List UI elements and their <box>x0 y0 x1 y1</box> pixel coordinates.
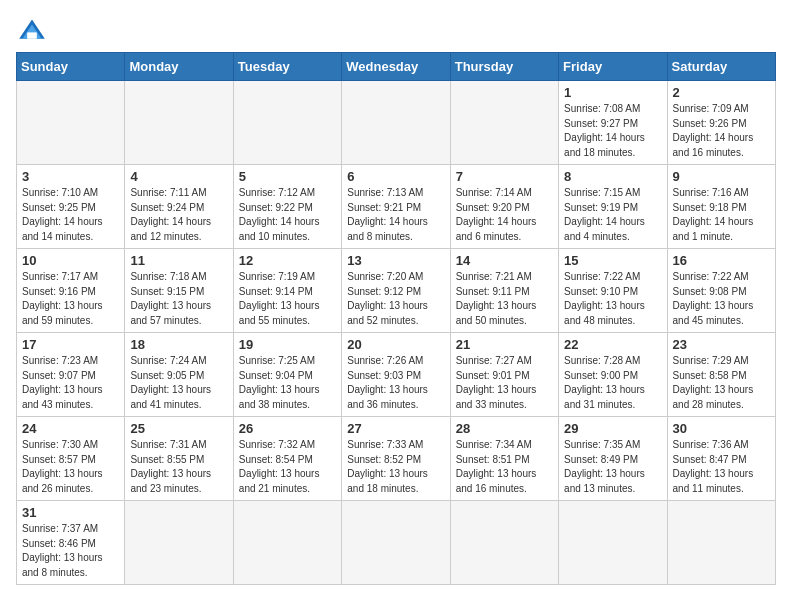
day-info: Sunrise: 7:25 AM Sunset: 9:04 PM Dayligh… <box>239 354 336 412</box>
day-number: 8 <box>564 169 661 184</box>
day-number: 12 <box>239 253 336 268</box>
day-number: 27 <box>347 421 444 436</box>
day-info: Sunrise: 7:37 AM Sunset: 8:46 PM Dayligh… <box>22 522 119 580</box>
calendar-cell <box>233 81 341 165</box>
day-number: 16 <box>673 253 770 268</box>
day-number: 18 <box>130 337 227 352</box>
day-info: Sunrise: 7:15 AM Sunset: 9:19 PM Dayligh… <box>564 186 661 244</box>
calendar-cell: 11Sunrise: 7:18 AM Sunset: 9:15 PM Dayli… <box>125 249 233 333</box>
day-info: Sunrise: 7:09 AM Sunset: 9:26 PM Dayligh… <box>673 102 770 160</box>
calendar-cell: 3Sunrise: 7:10 AM Sunset: 9:25 PM Daylig… <box>17 165 125 249</box>
calendar-cell: 10Sunrise: 7:17 AM Sunset: 9:16 PM Dayli… <box>17 249 125 333</box>
calendar-cell: 2Sunrise: 7:09 AM Sunset: 9:26 PM Daylig… <box>667 81 775 165</box>
calendar-cell: 12Sunrise: 7:19 AM Sunset: 9:14 PM Dayli… <box>233 249 341 333</box>
weekday-header-sunday: Sunday <box>17 53 125 81</box>
day-number: 14 <box>456 253 553 268</box>
day-number: 4 <box>130 169 227 184</box>
calendar-cell: 31Sunrise: 7:37 AM Sunset: 8:46 PM Dayli… <box>17 501 125 585</box>
generalblue-logo-icon <box>16 16 48 44</box>
day-number: 24 <box>22 421 119 436</box>
day-info: Sunrise: 7:27 AM Sunset: 9:01 PM Dayligh… <box>456 354 553 412</box>
day-info: Sunrise: 7:26 AM Sunset: 9:03 PM Dayligh… <box>347 354 444 412</box>
day-number: 17 <box>22 337 119 352</box>
day-number: 2 <box>673 85 770 100</box>
day-number: 26 <box>239 421 336 436</box>
week-row-2: 10Sunrise: 7:17 AM Sunset: 9:16 PM Dayli… <box>17 249 776 333</box>
day-number: 9 <box>673 169 770 184</box>
calendar-cell: 26Sunrise: 7:32 AM Sunset: 8:54 PM Dayli… <box>233 417 341 501</box>
day-number: 23 <box>673 337 770 352</box>
calendar-cell <box>559 501 667 585</box>
day-info: Sunrise: 7:11 AM Sunset: 9:24 PM Dayligh… <box>130 186 227 244</box>
calendar-cell: 5Sunrise: 7:12 AM Sunset: 9:22 PM Daylig… <box>233 165 341 249</box>
day-number: 19 <box>239 337 336 352</box>
day-info: Sunrise: 7:30 AM Sunset: 8:57 PM Dayligh… <box>22 438 119 496</box>
week-row-0: 1Sunrise: 7:08 AM Sunset: 9:27 PM Daylig… <box>17 81 776 165</box>
weekday-header-friday: Friday <box>559 53 667 81</box>
day-info: Sunrise: 7:17 AM Sunset: 9:16 PM Dayligh… <box>22 270 119 328</box>
day-info: Sunrise: 7:18 AM Sunset: 9:15 PM Dayligh… <box>130 270 227 328</box>
day-info: Sunrise: 7:29 AM Sunset: 8:58 PM Dayligh… <box>673 354 770 412</box>
day-number: 10 <box>22 253 119 268</box>
calendar-cell <box>342 81 450 165</box>
week-row-3: 17Sunrise: 7:23 AM Sunset: 9:07 PM Dayli… <box>17 333 776 417</box>
day-info: Sunrise: 7:35 AM Sunset: 8:49 PM Dayligh… <box>564 438 661 496</box>
day-info: Sunrise: 7:14 AM Sunset: 9:20 PM Dayligh… <box>456 186 553 244</box>
day-number: 6 <box>347 169 444 184</box>
header <box>16 16 776 44</box>
calendar-cell: 20Sunrise: 7:26 AM Sunset: 9:03 PM Dayli… <box>342 333 450 417</box>
day-number: 7 <box>456 169 553 184</box>
day-info: Sunrise: 7:31 AM Sunset: 8:55 PM Dayligh… <box>130 438 227 496</box>
weekday-header-thursday: Thursday <box>450 53 558 81</box>
calendar-cell <box>17 81 125 165</box>
day-number: 5 <box>239 169 336 184</box>
calendar-cell <box>667 501 775 585</box>
weekday-header-row: SundayMondayTuesdayWednesdayThursdayFrid… <box>17 53 776 81</box>
day-info: Sunrise: 7:20 AM Sunset: 9:12 PM Dayligh… <box>347 270 444 328</box>
calendar-cell <box>233 501 341 585</box>
weekday-header-tuesday: Tuesday <box>233 53 341 81</box>
weekday-header-wednesday: Wednesday <box>342 53 450 81</box>
calendar-cell: 6Sunrise: 7:13 AM Sunset: 9:21 PM Daylig… <box>342 165 450 249</box>
day-info: Sunrise: 7:19 AM Sunset: 9:14 PM Dayligh… <box>239 270 336 328</box>
calendar-cell: 28Sunrise: 7:34 AM Sunset: 8:51 PM Dayli… <box>450 417 558 501</box>
day-info: Sunrise: 7:12 AM Sunset: 9:22 PM Dayligh… <box>239 186 336 244</box>
day-info: Sunrise: 7:22 AM Sunset: 9:08 PM Dayligh… <box>673 270 770 328</box>
day-number: 15 <box>564 253 661 268</box>
calendar-cell: 13Sunrise: 7:20 AM Sunset: 9:12 PM Dayli… <box>342 249 450 333</box>
day-info: Sunrise: 7:32 AM Sunset: 8:54 PM Dayligh… <box>239 438 336 496</box>
calendar-cell: 23Sunrise: 7:29 AM Sunset: 8:58 PM Dayli… <box>667 333 775 417</box>
calendar-cell: 7Sunrise: 7:14 AM Sunset: 9:20 PM Daylig… <box>450 165 558 249</box>
calendar-cell: 1Sunrise: 7:08 AM Sunset: 9:27 PM Daylig… <box>559 81 667 165</box>
day-info: Sunrise: 7:08 AM Sunset: 9:27 PM Dayligh… <box>564 102 661 160</box>
calendar-cell: 22Sunrise: 7:28 AM Sunset: 9:00 PM Dayli… <box>559 333 667 417</box>
calendar-cell: 15Sunrise: 7:22 AM Sunset: 9:10 PM Dayli… <box>559 249 667 333</box>
calendar-cell: 30Sunrise: 7:36 AM Sunset: 8:47 PM Dayli… <box>667 417 775 501</box>
day-number: 20 <box>347 337 444 352</box>
day-info: Sunrise: 7:23 AM Sunset: 9:07 PM Dayligh… <box>22 354 119 412</box>
week-row-4: 24Sunrise: 7:30 AM Sunset: 8:57 PM Dayli… <box>17 417 776 501</box>
week-row-1: 3Sunrise: 7:10 AM Sunset: 9:25 PM Daylig… <box>17 165 776 249</box>
calendar-cell: 16Sunrise: 7:22 AM Sunset: 9:08 PM Dayli… <box>667 249 775 333</box>
day-number: 11 <box>130 253 227 268</box>
day-number: 29 <box>564 421 661 436</box>
day-info: Sunrise: 7:24 AM Sunset: 9:05 PM Dayligh… <box>130 354 227 412</box>
day-info: Sunrise: 7:10 AM Sunset: 9:25 PM Dayligh… <box>22 186 119 244</box>
logo <box>16 16 52 44</box>
day-number: 30 <box>673 421 770 436</box>
calendar-cell: 19Sunrise: 7:25 AM Sunset: 9:04 PM Dayli… <box>233 333 341 417</box>
day-number: 3 <box>22 169 119 184</box>
day-info: Sunrise: 7:22 AM Sunset: 9:10 PM Dayligh… <box>564 270 661 328</box>
weekday-header-monday: Monday <box>125 53 233 81</box>
calendar-cell: 27Sunrise: 7:33 AM Sunset: 8:52 PM Dayli… <box>342 417 450 501</box>
calendar-cell: 14Sunrise: 7:21 AM Sunset: 9:11 PM Dayli… <box>450 249 558 333</box>
svg-rect-3 <box>27 32 37 38</box>
calendar-cell: 4Sunrise: 7:11 AM Sunset: 9:24 PM Daylig… <box>125 165 233 249</box>
day-number: 1 <box>564 85 661 100</box>
calendar-cell: 17Sunrise: 7:23 AM Sunset: 9:07 PM Dayli… <box>17 333 125 417</box>
day-info: Sunrise: 7:16 AM Sunset: 9:18 PM Dayligh… <box>673 186 770 244</box>
calendar-cell: 8Sunrise: 7:15 AM Sunset: 9:19 PM Daylig… <box>559 165 667 249</box>
calendar-cell: 9Sunrise: 7:16 AM Sunset: 9:18 PM Daylig… <box>667 165 775 249</box>
calendar-cell: 21Sunrise: 7:27 AM Sunset: 9:01 PM Dayli… <box>450 333 558 417</box>
weekday-header-saturday: Saturday <box>667 53 775 81</box>
